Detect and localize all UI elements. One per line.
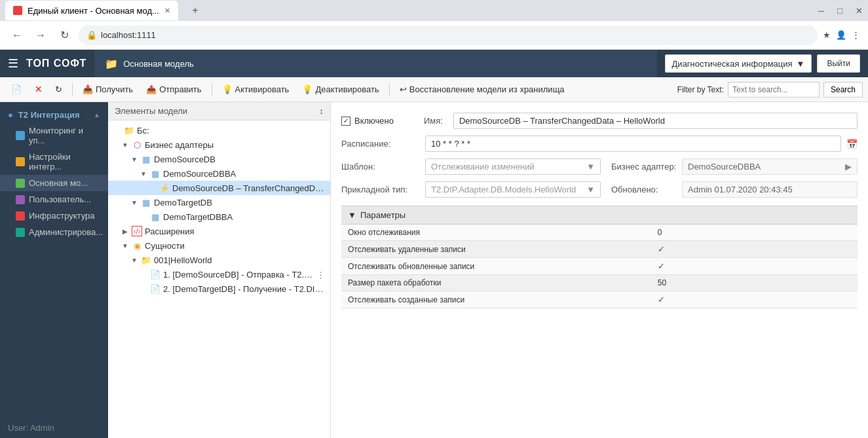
sidebar-item-admin[interactable]: Администрирова...: [0, 224, 108, 240]
address-bar[interactable]: 🔒 localhost:1111: [79, 26, 818, 45]
param-label-4: Отслеживать созданные записи: [341, 291, 651, 308]
name-label: Имя:: [424, 116, 443, 126]
updated-label: Обновлено:: [611, 185, 677, 194]
send-button[interactable]: 📤 Отправить: [140, 81, 207, 99]
bc-folder-icon: 📁: [124, 125, 134, 136]
sidebar-collapse-icon[interactable]: ▲: [94, 111, 100, 119]
demosourcedb-toggle-icon[interactable]: ▼: [130, 155, 138, 163]
params-section-label: Параметры: [360, 210, 406, 220]
entities-toggle-icon[interactable]: ▼: [121, 242, 129, 249]
tab-favicon: [13, 6, 22, 15]
ba-dropdown[interactable]: DemoSourceDBBA ▶: [682, 158, 858, 175]
tree-node-demosourcedbba[interactable]: ▼ ▦ DemoSourceDBBA: [108, 166, 330, 181]
template-arrow-icon: ▼: [586, 162, 595, 172]
filter-label: Filter by Text:: [677, 85, 724, 94]
param-row-1: Отслеживать удаленные записи ✓: [341, 241, 858, 258]
apptype-dropdown[interactable]: T2.DIP.Adapter.DB.Models.HelloWorld ▼: [425, 181, 601, 198]
close-window-button[interactable]: ✕: [856, 6, 863, 16]
receive-button[interactable]: 📥 Получить: [77, 81, 139, 99]
enabled-checkbox[interactable]: ✓ Включено: [341, 116, 394, 126]
sidebar-label-infra: Инфраструктура: [29, 211, 94, 221]
ba-value: DemoSourceDBBA: [688, 162, 761, 172]
bc-label: Бс:: [137, 126, 325, 136]
sidebar-item-infra[interactable]: Инфраструктура: [0, 208, 108, 224]
deactivate-button[interactable]: 💡 Деактивировать: [296, 81, 385, 99]
browser-tab[interactable]: Единый клиент - Основная мод... ✕: [5, 1, 178, 20]
tree-node-transfer[interactable]: ⚡ DemoSourceDB – TransferChangedData – H…: [108, 181, 330, 195]
param-row-2: Отслеживать обновленные записи ✓: [341, 258, 858, 275]
restore-button[interactable]: ↩ Восстановление модели из хранилища: [394, 81, 571, 99]
tree-node-task1[interactable]: 📄 1. [DemoSourceDB] - Отправка - T2.DIP.…: [108, 267, 330, 282]
calendar-icon[interactable]: 📅: [846, 139, 858, 149]
diag-dropdown[interactable]: Диагностическая информация ▼: [665, 54, 812, 73]
params-header[interactable]: ▼ Параметры: [341, 206, 858, 225]
ba-toggle-icon[interactable]: ▼: [121, 141, 129, 149]
tree-node-entities[interactable]: ▼ ◉ Сущности: [108, 238, 330, 253]
sidebar-item-users[interactable]: Пользователь...: [0, 191, 108, 208]
bc-toggle-icon[interactable]: [113, 126, 121, 134]
tree-node-task2[interactable]: 📄 2. [DemoTargetDB] - Получение - T2.DIP…: [108, 282, 330, 296]
new-tab-button[interactable]: +: [186, 1, 204, 20]
check-icon-4: ✓: [658, 295, 665, 304]
tree-node-bc[interactable]: 📁 Бс:: [108, 123, 330, 137]
name-field[interactable]: [453, 113, 858, 129]
back-button[interactable]: ←: [8, 26, 26, 45]
tree-node-helloworld[interactable]: ▼ 📁 001|HelloWorld: [108, 253, 330, 267]
diag-label: Диагностическая информация: [672, 59, 793, 69]
tree-node-extensions[interactable]: ▶ ‹/› Расширения: [108, 224, 330, 238]
tree-header: Элементы модели ↕: [108, 102, 330, 120]
demosourcedb-icon: ▦: [141, 154, 151, 164]
browser-menu-icon[interactable]: ⋮: [852, 30, 860, 40]
page-title-text: Основная модель: [123, 59, 194, 69]
tree-sort-icon[interactable]: ↕: [320, 106, 324, 116]
app-menu-icon[interactable]: ☰: [8, 56, 18, 71]
profile-icon[interactable]: 👤: [836, 30, 846, 40]
sidebar-label-monitoring: Мониторинг и уп...: [29, 126, 100, 145]
sidebar-item-settings[interactable]: Настройки интегр...: [0, 149, 108, 175]
toolbar: 📄 ✕ ↻ 📥 Получить 📤 Отправить 💡 Активиров…: [0, 77, 868, 102]
helloworld-toggle-icon[interactable]: ▼: [130, 256, 138, 264]
bookmark-icon[interactable]: ★: [823, 30, 831, 40]
activate-button[interactable]: 💡 Активировать: [216, 81, 295, 99]
transfer-toggle-icon: [149, 184, 157, 192]
new-button[interactable]: 📄: [5, 81, 28, 99]
param-value-1: ✓: [651, 241, 858, 258]
delete-button[interactable]: ✕: [29, 81, 48, 99]
demotargetdbba-toggle-icon: [140, 213, 147, 221]
page-title-icon: 📁: [105, 58, 118, 70]
sidebar-section-header[interactable]: ● Т2 Интеграция ▲: [0, 107, 108, 122]
forward-button[interactable]: →: [31, 26, 50, 45]
params-collapse-icon: ▼: [348, 210, 356, 220]
extensions-toggle-icon[interactable]: ▶: [121, 227, 129, 235]
lock-icon: 🔒: [86, 30, 97, 40]
search-button[interactable]: Search: [823, 82, 863, 98]
task1-dots[interactable]: ⋮: [316, 270, 325, 280]
helloworld-icon: 📁: [141, 255, 151, 265]
ba-arrow-icon: ▶: [845, 162, 852, 172]
toolbar-sep-2: [212, 83, 212, 96]
main-content: ● Т2 Интеграция ▲ Мониторинг и уп... Нас…: [0, 102, 868, 438]
refresh-button[interactable]: ↻: [55, 26, 73, 45]
sidebar-item-monitoring[interactable]: Мониторинг и уп...: [0, 122, 108, 149]
apptype-value: T2.DIP.Adapter.DB.Models.HelloWorld: [431, 185, 576, 194]
schedule-field[interactable]: [425, 136, 841, 152]
tree-node-demosourcedb[interactable]: ▼ ▦ DemoSourceDB: [108, 152, 330, 166]
enabled-label: Включено: [354, 116, 394, 126]
filter-input[interactable]: [728, 82, 820, 98]
tree-node-demotargetdbba[interactable]: ▦ DemoTargetDBBA: [108, 210, 330, 224]
minimize-button[interactable]: ─: [818, 6, 824, 16]
param-row-4: Отслеживать созданные записи ✓: [341, 291, 858, 308]
tree-node-ba[interactable]: ▼ ⬡ Бизнес адаптеры: [108, 137, 330, 152]
logout-button[interactable]: Выйти: [817, 54, 860, 73]
tab-close-button[interactable]: ✕: [164, 7, 170, 15]
demosourcedbba-toggle-icon[interactable]: ▼: [140, 170, 147, 177]
maximize-button[interactable]: □: [837, 6, 842, 16]
refresh-model-button[interactable]: ↻: [49, 81, 68, 99]
param-row-0: Окно отслеживания 0: [341, 225, 858, 241]
tree-header-label: Элементы модели: [115, 106, 187, 116]
sidebar-item-model[interactable]: Основная мо...: [0, 175, 108, 191]
tree-node-demotargetdb[interactable]: ▼ ▦ DemoTargetDB: [108, 195, 330, 210]
demotargetdb-icon: ▦: [141, 197, 151, 208]
template-dropdown[interactable]: Отслеживание изменений ▼: [425, 158, 601, 175]
demotargetdb-toggle-icon[interactable]: ▼: [130, 198, 138, 206]
